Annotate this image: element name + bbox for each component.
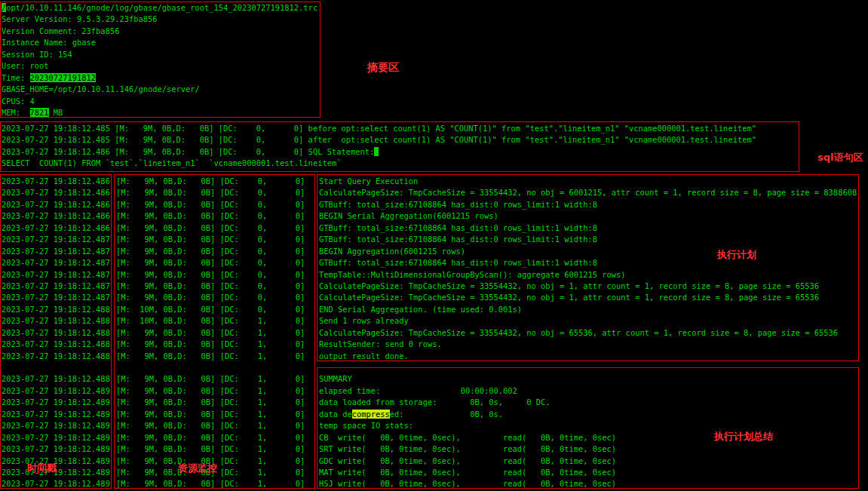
log-resource: [M: 9M, 0B,D: 0B] [DC: 1, 0]	[116, 443, 305, 455]
sql-line: 2023-07-27 19:18:12.485 [M: 9M, 0B,D: 0B…	[2, 134, 756, 146]
log-message	[319, 362, 857, 373]
log-timestamp: 2023-07-27 19:18:12.486	[2, 199, 110, 210]
log-resource: [M: 9M, 0B,D: 0B] [DC: 1, 0]	[116, 478, 305, 489]
selection-highlight: 20230727191812	[30, 73, 97, 82]
log-resource: [M: 9M, 0B,D: 0B] [DC: 1, 0]	[116, 373, 305, 385]
log-resource	[116, 362, 305, 373]
log-resource: [M: 9M, 0B,D: 0B] [DC: 0, 0]	[116, 292, 305, 303]
resource-column: [M: 9M, 0B,D: 0B] [DC: 0, 0][M: 9M, 0B,D…	[116, 176, 305, 490]
log-timestamp: 2023-07-27 19:18:12.487	[2, 234, 110, 245]
log-timestamp: 2023-07-27 19:18:12.488	[2, 373, 110, 385]
log-resource: [M: 10M, 0B,D: 0B] [DC: 0, 0]	[116, 304, 305, 315]
log-timestamp: 2023-07-27 19:18:12.489	[2, 409, 110, 420]
header-line: Server Version: 9.5.3.29.23fba856	[2, 14, 317, 25]
selection-highlight	[374, 147, 379, 156]
header-line: Session ID: 154	[2, 49, 317, 60]
header-line: User: root	[2, 60, 317, 72]
log-message: CalculatePageSize: TmpCacheSize = 335544…	[319, 187, 857, 198]
log-resource: [M: 9M, 0B,D: 0B] [DC: 0, 0]	[116, 222, 305, 234]
header-line: /opt/10.10.11.146/gnode/log/gbase/gbase_…	[2, 2, 317, 14]
log-timestamp: 2023-07-27 19:18:12.487	[2, 292, 110, 303]
log-message: TempTable::MultiDimensionalGroupByScan()…	[319, 269, 857, 281]
header-line: MEM: 7821 MB	[2, 107, 317, 118]
log-resource: [M: 9M, 0B,D: 0B] [DC: 0, 0]	[116, 269, 305, 281]
log-message: GTBuff: total_size:67108864 has_dist:0 r…	[319, 257, 857, 269]
search-highlight: compress	[352, 410, 390, 419]
log-timestamp: 2023-07-27 19:18:12.486	[2, 210, 110, 222]
sql-line: 2023-07-27 19:18:12.485 [M: 9M, 0B,D: 0B…	[2, 123, 756, 134]
log-message: data decompressed: 0B, 0s.	[319, 409, 857, 420]
log-message: CalculatePageSize: TmpCacheSize = 335544…	[319, 327, 857, 339]
log-timestamp: 2023-07-27 19:18:12.487	[2, 257, 110, 269]
log-resource: [M: 9M, 0B,D: 0B] [DC: 1, 0]	[116, 432, 305, 443]
log-timestamp: 2023-07-27 19:18:12.488	[2, 327, 110, 339]
header-line: Time: 20230727191812	[2, 72, 317, 84]
log-resource: [M: 9M, 0B,D: 0B] [DC: 1, 0]	[116, 339, 305, 350]
log-message: CalculatePageSize: TmpCacheSize = 335544…	[319, 292, 857, 303]
log-resource: [M: 9M, 0B,D: 0B] [DC: 1, 0]	[116, 409, 305, 420]
log-timestamp: 2023-07-27 19:18:12.486	[2, 222, 110, 234]
log-message: HSJ write( 0B, 0time, 0sec), read( 0B, 0…	[319, 478, 857, 489]
log-message: MAT write( 0B, 0time, 0sec), read( 0B, 0…	[319, 467, 857, 478]
header-line: CPUS: 4	[2, 96, 317, 107]
log-resource: [M: 9M, 0B,D: 0B] [DC: 0, 0]	[116, 176, 305, 187]
log-timestamp: 2023-07-27 19:18:12.488	[2, 351, 110, 362]
log-timestamp: 2023-07-27 19:18:12.489	[2, 385, 110, 397]
log-timestamp: 2023-07-27 19:18:12.488	[2, 315, 110, 327]
log-message: temp space IO stats:	[319, 420, 857, 431]
log-timestamp: 2023-07-27 19:18:12.489	[2, 478, 110, 489]
selection-highlight: 7821	[30, 108, 49, 117]
log-resource: [M: 9M, 0B,D: 0B] [DC: 0, 0]	[116, 187, 305, 198]
log-resource: [M: 9M, 0B,D: 0B] [DC: 1, 0]	[116, 385, 305, 397]
sql-line: 2023-07-27 19:18:12.486 [M: 9M, 0B,D: 0B…	[2, 146, 756, 158]
log-resource: [M: 9M, 0B,D: 0B] [DC: 1, 0]	[116, 351, 305, 362]
header-line: Instance Name: gbase	[2, 37, 317, 48]
log-timestamp: 2023-07-27 19:18:12.487	[2, 269, 110, 281]
log-resource: [M: 9M, 0B,D: 0B] [DC: 0, 0]	[116, 210, 305, 222]
log-timestamp: 2023-07-27 19:18:12.489	[2, 397, 110, 408]
log-message: output result done.	[319, 351, 857, 362]
log-timestamp: 2023-07-27 19:18:12.487	[2, 246, 110, 257]
header-line: GBASE_HOME=/opt/10.10.11.146/gnode/serve…	[2, 84, 317, 95]
log-message: SUMMARY	[319, 373, 857, 385]
log-message: END Serial Aggregation. (time used: 0.00…	[319, 304, 857, 315]
log-message: BEGIN Aggregation(6001215 rows)	[319, 246, 857, 257]
log-resource: [M: 9M, 0B,D: 0B] [DC: 0, 0]	[116, 199, 305, 210]
annotation-sql-area: sql语句区	[817, 151, 863, 164]
log-timestamp: 2023-07-27 19:18:12.486	[2, 187, 110, 198]
log-resource: [M: 9M, 0B,D: 0B] [DC: 1, 0]	[116, 420, 305, 431]
log-timestamp: 2023-07-27 19:18:12.489	[2, 443, 110, 455]
log-message: GTBuff: total_size:67108864 has_dist:0 r…	[319, 234, 857, 245]
log-message: elapsed time: 00:00:00.002	[319, 385, 857, 397]
header-line: Version Comment: 23fba856	[2, 26, 317, 37]
annotation-exec-plan-summary: 执行计划总结	[714, 430, 773, 443]
log-message: CalculatePageSize: TmpCacheSize = 335544…	[319, 281, 857, 292]
log-message: GTBuff: total_size:67108864 has_dist:0 r…	[319, 222, 857, 234]
timestamp-column: 2023-07-27 19:18:12.4862023-07-27 19:18:…	[2, 176, 110, 490]
log-resource: [M: 9M, 0B,D: 0B] [DC: 0, 0]	[116, 234, 305, 245]
log-message: GTBuff: total_size:67108864 has_dist:0 r…	[319, 199, 857, 210]
annotation-exec-plan: 执行计划	[717, 248, 756, 262]
log-timestamp: 2023-07-27 19:18:12.486	[2, 176, 110, 187]
log-resource: [M: 9M, 0B,D: 0B] [DC: 0, 0]	[116, 257, 305, 269]
log-resource: [M: 9M, 0B,D: 0B] [DC: 1, 0]	[116, 327, 305, 339]
terminal-screen[interactable]: /opt/10.10.11.146/gnode/log/gbase/gbase_…	[0, 0, 868, 491]
log-timestamp: 2023-07-27 19:18:12.489	[2, 420, 110, 431]
log-message: CB write( 0B, 0time, 0sec), read( 0B, 0t…	[319, 432, 857, 443]
sql-section: 2023-07-27 19:18:12.485 [M: 9M, 0B,D: 0B…	[2, 123, 756, 170]
log-message: SRT write( 0B, 0time, 0sec), read( 0B, 0…	[319, 443, 857, 455]
sql-line: SELECT COUNT(1) FROM `test`.`lineitem_n1…	[2, 158, 756, 169]
log-resource: [M: 9M, 0B,D: 0B] [DC: 0, 0]	[116, 281, 305, 292]
log-resource: [M: 10M, 0B,D: 0B] [DC: 1, 0]	[116, 315, 305, 327]
log-resource: [M: 9M, 0B,D: 0B] [DC: 0, 0]	[116, 246, 305, 257]
message-column: Start Query ExecutionCalculatePageSize: …	[319, 176, 857, 490]
log-resource: [M: 9M, 0B,D: 0B] [DC: 1, 0]	[116, 397, 305, 408]
log-message: ResultSender: send 0 rows.	[319, 339, 857, 350]
log-timestamp: 2023-07-27 19:18:12.488	[2, 304, 110, 315]
log-timestamp	[2, 362, 110, 373]
annotation-resource-monitor: 资源监控	[178, 462, 217, 475]
log-message: data loaded from storage: 0B, 0s, 0 DC.	[319, 397, 857, 408]
log-message: BEGIN Serial Aggregation(6001215 rows)	[319, 210, 857, 222]
annotation-summary-area: 摘要区	[367, 61, 399, 75]
log-message: Start Query Execution	[319, 176, 857, 187]
